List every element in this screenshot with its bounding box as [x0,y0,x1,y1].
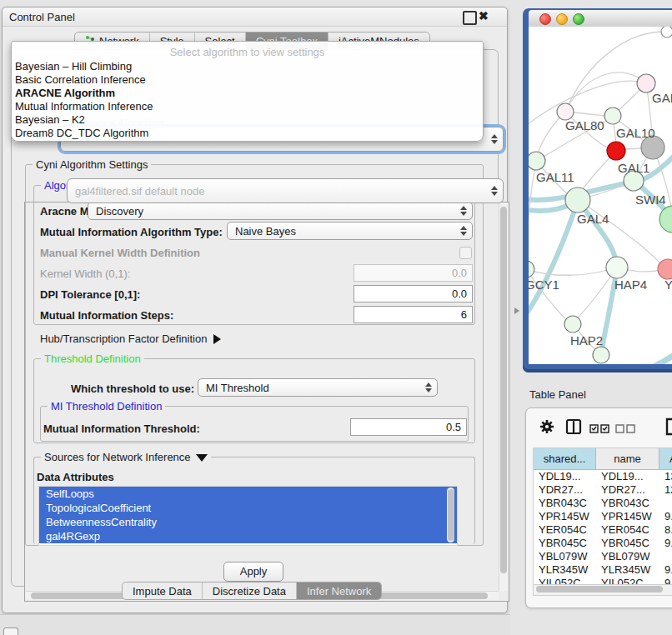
mi-threshold-field[interactable]: 0.5 [350,418,467,436]
vertical-scrollbar[interactable] [499,203,508,591]
table-row[interactable]: YER054CYER054C8. [534,523,672,537]
combo-arrows-icon [460,206,466,216]
column-header-name[interactable]: name [596,448,659,469]
group-title: MI Threshold Definition [48,400,165,412]
network-select-combo[interactable]: gal4filtered.sif default node [67,178,504,203]
table-cell: YBR043C [534,497,596,510]
table-body: YDL19...YDL19...13YDR27...YDR27...12YBR0… [534,470,672,585]
table-row[interactable]: YBR043CYBR043C [534,497,672,510]
network-window-titlebar[interactable] [529,10,672,28]
table-row[interactable]: YBL079WYBL079W [534,550,672,563]
column-header-shared[interactable]: shared... [534,448,596,469]
table-horizontal-scrollbar-thumb[interactable] [536,586,663,592]
network-node[interactable] [637,74,655,92]
table-cell [659,497,672,510]
mac-zoom-icon[interactable] [573,13,584,25]
table-cell: YER054C [596,523,659,537]
splitter-handle-icon[interactable] [514,308,519,314]
network-node[interactable] [604,108,621,124]
table-cell: YBL079W [596,550,659,563]
sources-toggle[interactable]: Sources for Network Inference [41,451,211,463]
attribute-list-item[interactable]: SelfLoops [39,487,457,501]
table-cell: YDL19... [596,470,659,483]
expanded-arrow-icon [196,454,208,462]
table-row[interactable]: YDL19...YDL19...13 [534,470,672,483]
table-row[interactable]: YPR145WYPR145W9. [534,510,672,523]
attribute-list-item[interactable]: TopologicalCoefficient [39,501,457,515]
attribute-list-item[interactable]: gal4RGexp [39,529,457,543]
mi-steps-field[interactable]: 6 [354,306,473,323]
vertical-scrollbar-thumb[interactable] [500,207,507,573]
network-node[interactable] [659,206,672,232]
network-node[interactable] [529,261,534,278]
mi-type-combo[interactable]: Naive Bayes [227,222,473,240]
network-node[interactable] [593,347,609,363]
network-node[interactable] [565,188,590,212]
control-panel-titlebar[interactable]: Control Panel ✖ [3,8,507,27]
table-cell: YPR145W [596,510,659,523]
manual-kernel-label: Manual Kernel Width Definition [40,247,200,259]
popup-placeholder: Select algorithm to view settings [12,42,483,60]
table-cell: YBR045C [534,537,596,550]
node-label: GAL [652,91,672,105]
network-canvas[interactable]: GALGAL80GAL10GAL1GAL11SWI4GAL4GCY1HAP4YH… [529,27,672,364]
list-scrollbar-thumb[interactable] [448,489,454,541]
hub-definition-toggle[interactable]: Hub/Transcription Factor Definition [40,332,221,345]
network-node[interactable] [607,142,625,160]
tab-impute-data[interactable]: Impute Data [123,582,203,599]
mi-steps-label: Mutual Information Steps: [40,309,173,322]
node-label: HAP4 [614,278,647,292]
column-header-partial[interactable]: A [659,448,672,469]
collapsed-arrow-icon [213,334,221,344]
mi-type-label: Mutual Information Algorithm Type: [40,226,223,238]
algorithm-option[interactable]: Basic Correlation Inference [12,73,483,87]
node-label: GAL4 [577,212,609,226]
tab-infer-network[interactable]: Infer Network [297,582,381,599]
cyni-mode-tabs: Impute Data Discretize Data Infer Networ… [122,582,382,600]
mi-threshold-label: Mutual Information Threshold: [43,422,200,435]
network-node[interactable] [606,257,628,278]
table-row[interactable]: YDR27...YDR27...12 [534,483,672,497]
table-row[interactable]: YBR045CYBR045C9. [534,537,672,550]
combo-value: gal4filtered.sif default node [75,185,204,198]
panel-title: Control Panel [9,11,75,23]
algorithm-dropdown-popup: Select algorithm to view settings Bayesi… [11,41,484,142]
close-icon[interactable]: ✖ [479,11,489,22]
tab-label: Infer Network [307,585,371,598]
combo-value: Discovery [96,205,143,218]
aracne-mode-combo[interactable]: Discovery [88,202,473,220]
data-attributes-list[interactable]: SelfLoopsTopologicalCoefficientBetweenne… [38,486,458,546]
table-cell: YBL079W [534,550,596,563]
table-cell: YPR145W [534,510,596,523]
select-all-checkboxes-icon[interactable] [589,422,609,437]
algorithm-option[interactable]: Dream8 DC_TDC Algorithm [12,127,483,140]
mac-close-icon[interactable] [539,13,551,25]
gear-icon[interactable] [539,419,554,438]
float-window-icon[interactable] [463,11,477,25]
dpi-tolerance-label: DPI Tolerance [0,1]: [40,288,140,301]
network-node[interactable] [529,152,545,170]
network-node[interactable] [661,27,672,38]
dpi-tolerance-field[interactable]: 0.0 [354,285,473,302]
mac-minimize-icon[interactable] [556,13,568,25]
algorithm-option[interactable]: Bayesian – Hill Climbing [12,60,483,73]
network-node[interactable] [564,316,581,332]
kernel-width-field[interactable]: 0.0 [354,264,473,282]
table-row[interactable]: YLR345WYLR345W9. [534,563,672,577]
split-columns-icon[interactable] [565,418,582,438]
algorithm-option[interactable]: Bayesian – K2 [12,113,483,127]
which-threshold-combo[interactable]: MI Threshold [198,378,438,397]
apply-button[interactable]: Apply [223,562,283,582]
deselect-all-checkboxes-icon[interactable] [615,422,635,437]
attribute-list-item[interactable]: BetweennessCentrality [39,515,457,529]
node-label: SWI4 [635,192,666,207]
combo-arrows-icon [425,382,431,392]
tab-discretize-data[interactable]: Discretize Data [203,582,297,599]
minimized-panel-chip[interactable] [3,628,18,635]
network-node[interactable] [557,103,574,120]
manual-kernel-checkbox[interactable] [459,247,472,259]
new-table-icon[interactable] [665,418,672,439]
algorithm-option[interactable]: Mutual Information Inference [12,100,483,113]
algorithm-option[interactable]: ARACNE Algorithm [12,87,483,100]
table-cell: 9. [659,563,672,577]
